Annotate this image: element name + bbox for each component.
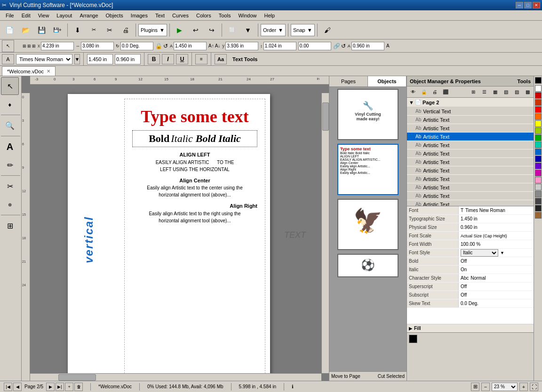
- menu-edit[interactable]: Edit: [18, 12, 34, 19]
- color-green[interactable]: [535, 134, 542, 141]
- color-gray[interactable]: [535, 191, 542, 197]
- import-button[interactable]: ⬇: [70, 23, 85, 38]
- color-dark-blue[interactable]: [535, 156, 542, 162]
- fill-expand[interactable]: ▶: [409, 326, 412, 331]
- w-input[interactable]: [81, 42, 114, 50]
- text-tool[interactable]: A: [1, 138, 19, 156]
- color-white[interactable]: [535, 85, 542, 92]
- angle-input[interactable]: [120, 42, 153, 50]
- color-black[interactable]: [535, 77, 542, 84]
- color-purple[interactable]: [535, 163, 542, 169]
- maximize-button[interactable]: □: [524, 2, 532, 8]
- page-thumb-2[interactable]: Type some text Bold Italic Bold Italic A…: [337, 144, 399, 195]
- cut-button[interactable]: ✂: [102, 23, 117, 38]
- zoom-out-button[interactable]: −: [481, 383, 490, 391]
- menu-window[interactable]: Window: [234, 12, 260, 19]
- play-button[interactable]: ▶: [172, 23, 187, 38]
- vscroll-thumb[interactable]: [322, 102, 329, 131]
- menu-curves[interactable]: Curves: [168, 12, 192, 19]
- prev-page-button[interactable]: ◀: [13, 383, 22, 391]
- font-height-input[interactable]: [115, 54, 141, 64]
- node-tool[interactable]: ⬧: [1, 95, 19, 113]
- italic-button[interactable]: I: [162, 54, 174, 64]
- y-input[interactable]: [225, 42, 258, 50]
- canvas-scroll[interactable]: 0 3 6 9 12 15 18 21 24 vertical: [22, 85, 329, 381]
- obj-more-btn1[interactable]: ▦: [490, 87, 500, 97]
- obj-eye-btn[interactable]: 👁: [408, 87, 418, 97]
- color-bright-red[interactable]: [535, 106, 542, 113]
- color-magenta[interactable]: [535, 170, 542, 176]
- save-as-button[interactable]: 💾+: [50, 23, 65, 38]
- zoom-tool[interactable]: 🔍: [1, 117, 19, 134]
- menu-help[interactable]: Help: [261, 12, 279, 19]
- font-style-arrow[interactable]: ▼: [500, 251, 504, 255]
- hscroll-thumb[interactable]: [58, 374, 96, 381]
- tools-toggle[interactable]: Tools: [517, 78, 531, 84]
- order-dropdown[interactable]: Order ▼: [261, 24, 286, 36]
- select-tool[interactable]: ↖: [1, 77, 19, 95]
- bold-button[interactable]: B: [148, 54, 160, 64]
- color-orange[interactable]: [535, 113, 542, 120]
- obj-print-btn[interactable]: 🖨: [430, 87, 440, 97]
- add-page-button[interactable]: +: [65, 383, 73, 391]
- menu-tools[interactable]: Tools: [215, 12, 235, 19]
- redo-button[interactable]: ↪: [204, 23, 219, 38]
- fontsize1-input[interactable]: [174, 42, 207, 50]
- color-light-gray[interactable]: [535, 184, 542, 190]
- zoom-in-button[interactable]: +: [519, 383, 528, 391]
- h-input[interactable]: [263, 42, 296, 50]
- zoom-fit-button[interactable]: ⊞: [471, 383, 479, 391]
- obj-more-btn2[interactable]: ▧: [501, 87, 511, 97]
- menu-file[interactable]: File: [2, 12, 18, 19]
- obj-vertical-text[interactable]: Ab Vertical Text: [407, 107, 534, 116]
- menu-objects[interactable]: Objects: [102, 12, 127, 19]
- horizontal-scrollbar[interactable]: [30, 373, 321, 381]
- x-input[interactable]: [41, 42, 74, 50]
- obj-lock-btn[interactable]: 🔒: [419, 87, 429, 97]
- save-button[interactable]: 💾: [34, 23, 49, 38]
- color-lime[interactable]: [535, 127, 542, 134]
- font-style-select[interactable]: Italic Regular Bold Bold Italic: [461, 249, 498, 257]
- new-button[interactable]: 📄: [2, 23, 17, 38]
- color-yellow[interactable]: [535, 120, 542, 127]
- obj-grid-btn[interactable]: ⊞: [468, 87, 478, 97]
- menu-text[interactable]: Text: [151, 12, 168, 19]
- align-button[interactable]: ≡: [195, 54, 207, 64]
- color-brown[interactable]: [535, 212, 542, 219]
- menu-images[interactable]: Images: [127, 12, 151, 19]
- last-page-button[interactable]: ▶|: [56, 383, 64, 391]
- zoom-fit2-button[interactable]: ⛶: [530, 383, 538, 391]
- cut-selected[interactable]: Cut Selected: [378, 374, 405, 379]
- move-to-page[interactable]: Move to Page: [331, 374, 360, 379]
- obj-more-btn3[interactable]: ▨: [511, 87, 522, 97]
- page-thumb-3[interactable]: 🦅 3: [337, 199, 399, 250]
- menu-view[interactable]: View: [34, 12, 53, 19]
- menu-layout[interactable]: Layout: [53, 12, 76, 19]
- obj-artistic-text-10[interactable]: Ab Artistic Text: [407, 192, 534, 200]
- minimize-button[interactable]: ─: [516, 2, 523, 8]
- obj-artistic-text-7[interactable]: Ab Artistic Text: [407, 166, 534, 175]
- obj-artistic-text-1[interactable]: Ab Artistic Text: [407, 116, 534, 124]
- wand-button[interactable]: 🖌: [320, 23, 335, 38]
- props-scroll[interactable]: Font T Times New Roman Typographic Size …: [407, 206, 534, 324]
- fill-color-swatch[interactable]: [409, 335, 417, 343]
- next-page-button[interactable]: ▶: [46, 383, 55, 391]
- obj-artistic-text-3[interactable]: Ab Artistic Text: [407, 133, 534, 141]
- text-tool-icon[interactable]: A: [2, 54, 14, 64]
- canvas-inner[interactable]: vertical Type some text Bold Italic Bold…: [30, 85, 321, 373]
- weld-tool[interactable]: ⊕: [1, 196, 19, 213]
- obj-artistic-text-4[interactable]: Ab Artistic Text: [407, 141, 534, 149]
- tab-objects[interactable]: Objects: [368, 76, 406, 86]
- undo-button[interactable]: ↩: [188, 23, 203, 38]
- color-pink[interactable]: [535, 177, 542, 183]
- obj-list-btn[interactable]: ☰: [479, 87, 489, 97]
- color-near-black[interactable]: [535, 205, 542, 212]
- snap-dropdown[interactable]: Snap ▼: [291, 24, 315, 36]
- font-dropdown-arrow[interactable]: ▼: [74, 54, 80, 64]
- color-red[interactable]: [535, 92, 542, 99]
- export-button[interactable]: ✂: [86, 23, 101, 38]
- tab-close-button[interactable]: ✕: [47, 69, 50, 74]
- document-tab[interactable]: *Welcome.vDoc ✕: [2, 66, 56, 76]
- color-blue[interactable]: [535, 149, 542, 155]
- fontsize2-input[interactable]: [351, 42, 384, 50]
